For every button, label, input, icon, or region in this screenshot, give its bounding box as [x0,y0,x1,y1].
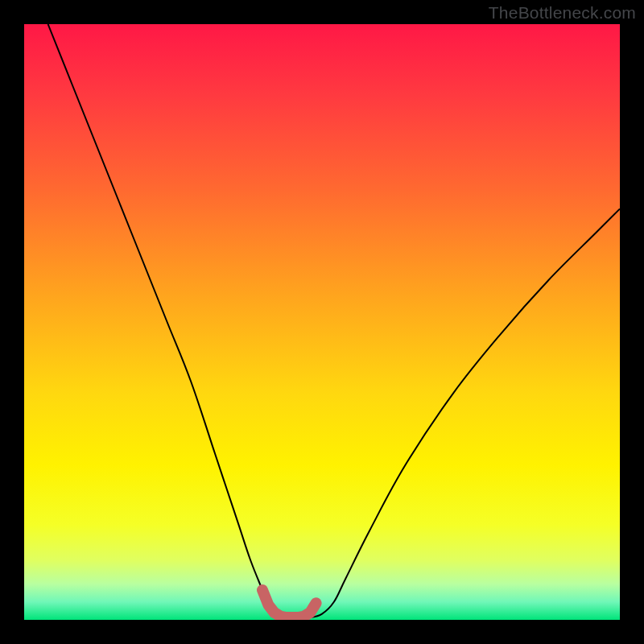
chart-frame: TheBottleneck.com [0,0,644,644]
chart-background [24,24,620,620]
plot-area [24,24,620,620]
watermark-text: TheBottleneck.com [489,3,636,23]
chart-svg [24,24,620,620]
